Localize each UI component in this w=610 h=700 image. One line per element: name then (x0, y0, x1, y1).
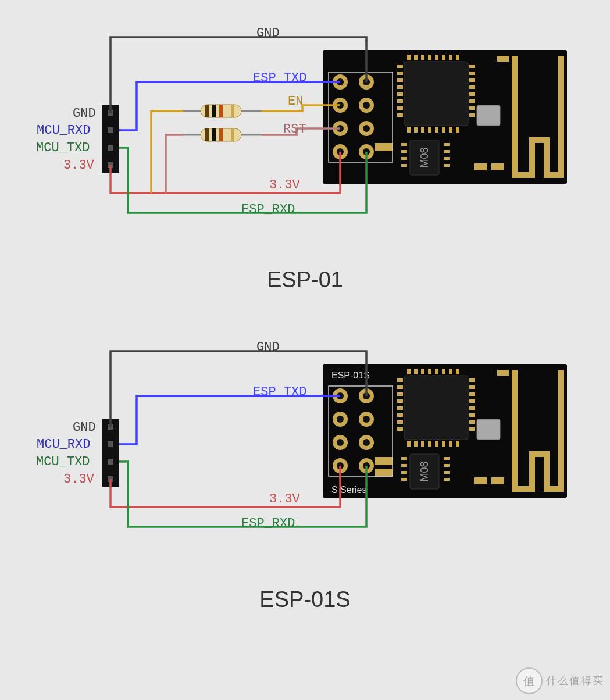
svg-rect-106 (397, 399, 403, 403)
svg-rect-130 (375, 469, 393, 477)
header-label-mcu-txd-2: MCU_TXD (36, 455, 90, 469)
svg-point-140 (363, 416, 370, 423)
svg-rect-86 (404, 376, 468, 440)
label-esp-txd-2: ESP_TXD (253, 385, 306, 399)
title-esp01s: ESP-01S (0, 587, 610, 612)
watermark: 值 什么值得买 (516, 667, 604, 694)
svg-rect-91 (435, 441, 438, 447)
svg-rect-98 (428, 369, 431, 374)
svg-rect-90 (428, 441, 431, 447)
svg-rect-97 (421, 369, 424, 374)
header-label-mcu-rxd-2: MCU_RXD (37, 437, 90, 452)
watermark-text: 什么值得买 (546, 674, 604, 688)
svg-rect-131 (474, 477, 487, 484)
svg-rect-88 (414, 441, 418, 447)
svg-rect-92 (442, 441, 445, 447)
mcu-header-bottom (102, 419, 119, 487)
svg-rect-124 (401, 478, 407, 481)
svg-rect-104 (397, 385, 403, 389)
svg-rect-100 (442, 369, 445, 374)
svg-rect-110 (397, 427, 403, 431)
label-vcc-2: 3.3V (269, 492, 300, 506)
svg-rect-94 (456, 441, 459, 447)
board-silkscreen-top: ESP-01S (331, 370, 370, 380)
svg-rect-87 (407, 441, 411, 447)
svg-rect-111 (469, 378, 475, 382)
svg-rect-85 (497, 370, 509, 376)
header-label-vcc-2: 3.3V (63, 472, 94, 487)
svg-rect-132 (491, 477, 504, 484)
svg-rect-122 (401, 464, 407, 467)
svg-rect-102 (456, 369, 459, 374)
label-gnd-bottom: GND (256, 340, 280, 355)
svg-rect-115 (469, 406, 475, 410)
svg-point-142 (337, 439, 344, 446)
svg-rect-112 (469, 385, 475, 389)
svg-rect-152 (108, 441, 113, 447)
svg-rect-108 (397, 413, 403, 417)
svg-rect-119 (477, 419, 500, 440)
svg-rect-96 (414, 369, 418, 374)
svg-rect-117 (469, 420, 475, 424)
svg-rect-125 (444, 457, 450, 460)
svg-rect-89 (421, 441, 424, 447)
watermark-icon: 值 (516, 667, 543, 694)
svg-rect-126 (444, 464, 450, 467)
flash-chip-marking-2: M08 (419, 461, 430, 481)
svg-rect-153 (108, 459, 113, 465)
wire-esp-txd-2 (119, 396, 340, 444)
svg-rect-129 (375, 457, 393, 465)
svg-rect-116 (469, 413, 475, 417)
svg-point-138 (337, 416, 344, 423)
board-silkscreen-bottom: S Series (331, 485, 366, 495)
svg-rect-121 (401, 457, 407, 460)
wire-vcc-2 (110, 466, 340, 507)
svg-rect-123 (401, 471, 407, 474)
svg-rect-99 (435, 369, 438, 374)
svg-rect-101 (449, 369, 452, 374)
svg-rect-95 (407, 369, 411, 374)
svg-rect-109 (397, 420, 403, 424)
svg-rect-93 (449, 441, 452, 447)
svg-rect-107 (397, 406, 403, 410)
svg-rect-118 (469, 427, 475, 431)
svg-rect-127 (444, 471, 450, 474)
svg-rect-103 (397, 378, 403, 382)
label-esp-rxd-2: ESP_RXD (241, 516, 295, 531)
svg-rect-128 (444, 478, 450, 481)
svg-point-144 (363, 439, 370, 446)
svg-rect-114 (469, 399, 475, 403)
svg-rect-105 (397, 392, 403, 396)
header-label-gnd-2: GND (73, 420, 96, 435)
svg-rect-113 (469, 392, 475, 396)
